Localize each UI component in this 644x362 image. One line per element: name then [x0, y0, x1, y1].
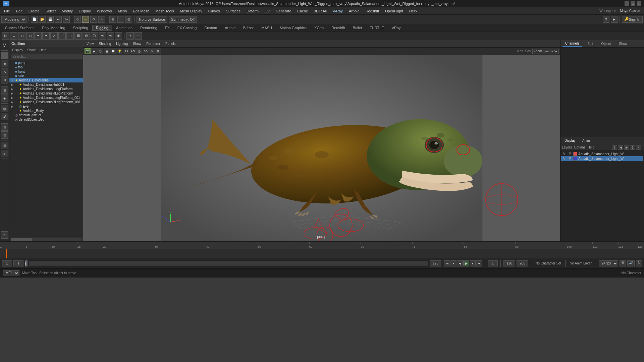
channels-tab[interactable]: Channels: [562, 41, 582, 47]
menu-redshift[interactable]: Redshift: [363, 8, 382, 14]
menu-curves[interactable]: Curves: [206, 8, 223, 14]
outliner-menu-show[interactable]: Show: [26, 48, 37, 52]
options-menu-item[interactable]: Options: [574, 145, 585, 149]
outliner-item-legplatform-r[interactable]: ▶ ✦ Andrias_DavidianusRLegPlatform: [9, 91, 83, 96]
outliner-menu-display[interactable]: Display: [11, 48, 24, 52]
menu-mesh[interactable]: Mesh: [115, 8, 129, 14]
menu-modify[interactable]: Modify: [59, 8, 75, 14]
tab-redshift[interactable]: Redshift: [328, 25, 348, 31]
vp-dof-icon[interactable]: ◎: [136, 48, 142, 54]
cluster-icon[interactable]: □: [66, 32, 74, 40]
paint-weights-left[interactable]: 🖌: [1, 113, 8, 120]
minus-icon[interactable]: −: [135, 32, 142, 40]
outliner-item-andrias[interactable]: ▼ ✦ Andrias_Davidianus: [9, 78, 83, 82]
tab-custom[interactable]: Custom: [201, 25, 221, 31]
attr-editor-left[interactable]: ≡: [1, 150, 8, 157]
new-file-icon[interactable]: 📄: [31, 16, 38, 23]
display-tab[interactable]: Display: [562, 138, 578, 143]
outliner-item-persp[interactable]: ■ persp: [9, 61, 83, 65]
plus-icon[interactable]: +: [126, 32, 134, 40]
no-live-surface-btn[interactable]: No Live Surface: [137, 16, 167, 23]
render-layer-left[interactable]: ⊡: [1, 131, 8, 139]
vp-smooth-icon[interactable]: ◼: [104, 48, 110, 54]
viewport-menu-lighting[interactable]: Lighting: [114, 42, 130, 46]
object-tab[interactable]: Object: [599, 41, 614, 46]
lasso-icon[interactable]: ⊂: [10, 32, 17, 40]
soft-select-icon[interactable]: ◁: [26, 32, 34, 40]
maximize-button[interactable]: □: [631, 1, 635, 6]
vp-ao-icon[interactable]: AO: [130, 48, 136, 54]
outliner-item-legplatform-r001[interactable]: ▶ ✦ Andrias_DavidianusRLegPlatform_001: [9, 100, 83, 104]
outliner-scrollbar[interactable]: [11, 238, 82, 241]
workspace-dropdown[interactable]: Modeling: [1, 16, 26, 23]
loop-btn[interactable]: ↻: [636, 260, 642, 266]
tab-bifrost[interactable]: Bifrost: [239, 25, 257, 31]
anim-prefs-btn[interactable]: ⚙: [620, 260, 626, 266]
tab-turtle[interactable]: TURTLE: [366, 25, 388, 31]
rotate-tool-icon[interactable]: ↻: [90, 16, 97, 23]
vp-lighting-icon[interactable]: 💡: [116, 48, 122, 54]
range-end-input[interactable]: [430, 260, 441, 266]
menu-mesh-display[interactable]: Mesh Display: [177, 8, 205, 14]
outliner-item-top[interactable]: ■ top: [9, 65, 83, 69]
tab-fx-caching[interactable]: FX Caching: [174, 25, 200, 31]
layer-arrow-first[interactable]: ⟪: [612, 145, 617, 150]
move-tool-left[interactable]: ↔: [1, 52, 8, 59]
outliner-item-side[interactable]: ■ side: [9, 74, 83, 78]
show-tab[interactable]: Show: [616, 41, 630, 46]
vp-grid-icon[interactable]: ⊞: [155, 48, 161, 54]
outliner-item-objectset[interactable]: ◎ defaultObjectSet: [9, 117, 83, 122]
menu-display[interactable]: Display: [76, 8, 94, 14]
tab-poly-modeling[interactable]: Poly Modeling: [38, 25, 69, 31]
tab-rigging[interactable]: Rigging: [92, 25, 112, 31]
layers-menu-item[interactable]: Layers: [562, 145, 572, 149]
vp-texture-icon[interactable]: 🔲: [110, 48, 116, 54]
vp-camera-icon[interactable]: 📷: [85, 48, 91, 54]
select-icon[interactable]: ▷: [2, 32, 9, 40]
snap-grid-icon[interactable]: ⊞: [109, 16, 116, 23]
layer-row-2[interactable]: V P Aquatic_Salamander_Light_W: [561, 156, 643, 161]
sculpt-icon[interactable]: ⬡: [91, 32, 98, 40]
menu-3dtoall[interactable]: 3DToAll: [311, 8, 329, 14]
audio-btn[interactable]: 🔊: [627, 260, 635, 266]
wrinkle-icon[interactable]: ∿: [107, 32, 114, 40]
scale-tool-left[interactable]: ⤡: [1, 68, 8, 75]
outliner-search-input[interactable]: [11, 54, 82, 59]
tab-motion-graphics[interactable]: Motion Graphics: [276, 25, 310, 31]
sign-in-btn[interactable]: 🔑 Sign In: [622, 16, 643, 23]
vp-render-icon[interactable]: ▶: [91, 48, 97, 54]
vp-aa-icon[interactable]: AA: [123, 48, 129, 54]
redo-icon[interactable]: ↪: [63, 16, 70, 23]
menu-edit[interactable]: Edit: [13, 8, 25, 14]
layer-row-1[interactable]: V P Aquatic_Salamander_Light_W: [561, 152, 643, 156]
snap-tool-left[interactable]: ⊞: [1, 86, 8, 94]
ik-spline-icon[interactable]: ⌒: [58, 32, 66, 40]
timeline-ruler[interactable]: 1 5 10 15 20 30 40 50 60 70 75 85 90 100…: [0, 242, 644, 249]
save-file-icon[interactable]: 💾: [47, 16, 54, 23]
tab-animation[interactable]: Animation: [112, 25, 136, 31]
menu-windows[interactable]: Windows: [94, 8, 115, 14]
outliner-item-body[interactable]: ✦ Andrias_Body: [9, 109, 83, 113]
tab-mash[interactable]: MASH: [258, 25, 276, 31]
outliner-item-eye[interactable]: ▶ ⬡ Eye: [9, 104, 83, 109]
move-tool-icon[interactable]: ↔: [82, 16, 89, 23]
menu-mesh-tools[interactable]: Mesh Tools: [153, 8, 176, 14]
play-btn[interactable]: ▶: [463, 260, 469, 266]
gamma-selector[interactable]: sRGB gamma: [532, 49, 559, 54]
layer-arrow-prev[interactable]: ◀: [618, 145, 623, 150]
prev-frame-btn[interactable]: ⏴: [450, 260, 457, 266]
menu-file[interactable]: File: [1, 8, 13, 14]
next-frame-btn[interactable]: ⏵: [470, 260, 476, 266]
go-start-btn[interactable]: ⏮: [444, 260, 450, 266]
script-type-selector[interactable]: MEL Python: [3, 270, 19, 276]
layer-arrow-next[interactable]: ▶: [624, 145, 629, 150]
point-on-poly-icon[interactable]: ◈: [115, 32, 122, 40]
tab-arnold[interactable]: Arnold: [221, 25, 239, 31]
menu-surfaces[interactable]: Surfaces: [223, 8, 243, 14]
max-frame-input2[interactable]: [517, 260, 528, 266]
menu-vray[interactable]: V-Ray: [330, 8, 345, 14]
tab-xgen[interactable]: XGen: [311, 25, 327, 31]
symmetry-btn[interactable]: Symmetry: Off: [169, 16, 197, 23]
undo-icon[interactable]: ↩: [55, 16, 62, 23]
tab-vray[interactable]: VRay: [388, 25, 405, 31]
